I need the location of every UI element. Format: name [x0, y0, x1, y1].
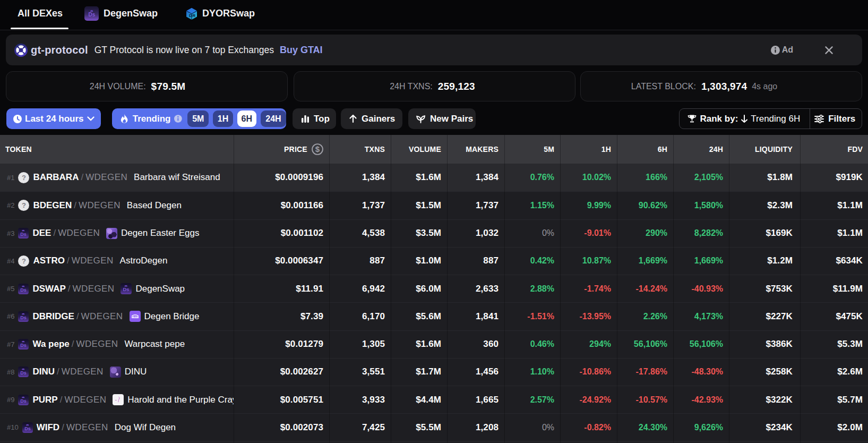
- svg-text:Ds: Ds: [88, 12, 95, 18]
- svg-text:Ds: Ds: [21, 287, 27, 292]
- svg-text:Ds: Ds: [21, 398, 27, 403]
- svg-text:Ds: Ds: [21, 343, 27, 348]
- svg-text:Ds: Ds: [21, 370, 27, 376]
- svg-text:Ds: Ds: [21, 314, 27, 320]
- svg-text:Ds: Ds: [24, 425, 31, 431]
- svg-text:Ds: Ds: [21, 232, 27, 237]
- svg-text:R: R: [193, 13, 196, 18]
- svg-text:D: D: [189, 13, 192, 18]
- svg-text:$: $: [315, 144, 320, 154]
- svg-text:Ds: Ds: [123, 286, 130, 292]
